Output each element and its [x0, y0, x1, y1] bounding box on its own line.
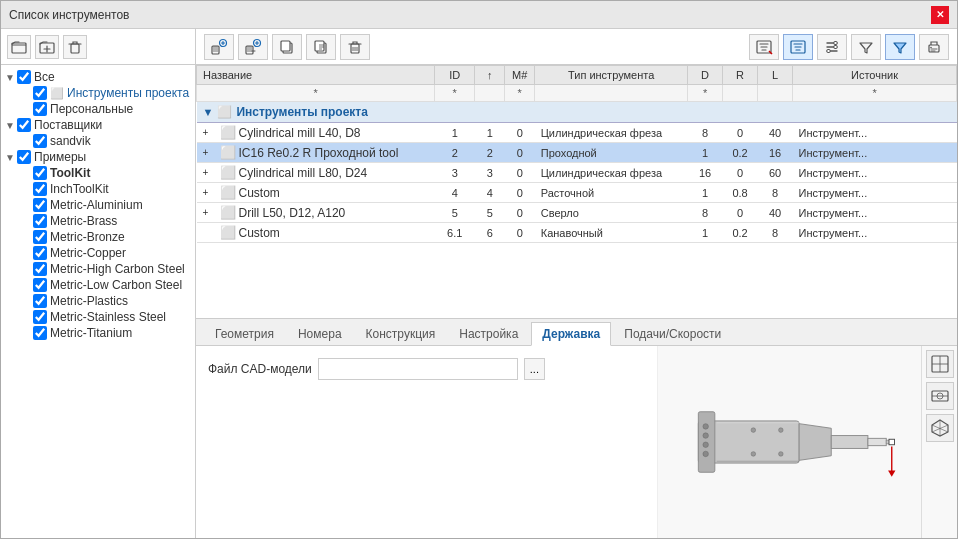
checkbox-toolkit[interactable] — [33, 166, 47, 180]
tree-item-metric-ti[interactable]: Metric-Titanium — [21, 325, 191, 341]
row-expand-2[interactable]: + — [203, 147, 217, 158]
tree-item-toolkit[interactable]: ToolKit — [21, 165, 191, 181]
settings-button[interactable] — [817, 34, 847, 60]
checkbox-vse[interactable] — [17, 70, 31, 84]
tree-item-vse[interactable]: ▼ Все — [5, 69, 191, 85]
tree-item-suppliers[interactable]: ▼ Поставщики — [5, 117, 191, 133]
side-view-button[interactable] — [926, 382, 954, 410]
tool-name-3: Cylindrical mill L80, D24 — [239, 166, 368, 180]
front-view-button[interactable] — [926, 350, 954, 378]
tree-item-personal[interactable]: Персональные — [21, 101, 191, 117]
tab-geometry[interactable]: Геометрия — [204, 322, 285, 345]
checkbox-metric-alu[interactable] — [33, 198, 47, 212]
checkbox-metric-ti[interactable] — [33, 326, 47, 340]
table-container[interactable]: Название ID ↑ M# Тип инструмента D R L И… — [196, 65, 957, 318]
tree-item-metric-hcs[interactable]: Metric-High Carbon Steel — [21, 261, 191, 277]
add-from-lib-button[interactable] — [238, 34, 268, 60]
name-cell: + ⬜ Drill L50, D12, A120 — [197, 203, 435, 223]
l-2: 16 — [758, 143, 793, 163]
checkbox-metric-lcs[interactable] — [33, 278, 47, 292]
checkbox-metric-ss[interactable] — [33, 310, 47, 324]
label-metric-copper: Metric-Copper — [50, 246, 126, 260]
expand-suppliers[interactable]: ▼ — [5, 120, 17, 131]
filter-name[interactable] — [199, 87, 432, 99]
tools-table: Название ID ↑ M# Тип инструмента D R L И… — [196, 65, 957, 243]
checkbox-metric-brass[interactable] — [33, 214, 47, 228]
row-expand-5[interactable]: + — [203, 207, 217, 218]
row-expand-4[interactable]: + — [203, 187, 217, 198]
tree-item-instruments[interactable]: ⬜ Инструменты проекта — [21, 85, 191, 101]
l-3: 60 — [758, 163, 793, 183]
tree-item-metric-plastics[interactable]: Metric-Plastics — [21, 293, 191, 309]
paste-button[interactable] — [306, 34, 336, 60]
checkbox-inchtoolkit[interactable] — [33, 182, 47, 196]
group-expand-icon[interactable]: ▼ — [203, 106, 214, 118]
filter3-button[interactable] — [851, 34, 881, 60]
tab-holder[interactable]: Державка — [531, 322, 611, 346]
expand-vse[interactable]: ▼ — [5, 72, 17, 83]
table-row[interactable]: + ⬜ Cylindrical mill L80, D24 3 3 0 Цили… — [197, 163, 957, 183]
expand-examples[interactable]: ▼ — [5, 152, 17, 163]
table-row[interactable]: + ⬜ Custom 4 4 0 Расточной 1 0.8 8 — [197, 183, 957, 203]
cad-file-input[interactable] — [318, 358, 518, 380]
tree-item-sandvik[interactable]: sandvik — [21, 133, 191, 149]
delete-left-button[interactable] — [63, 35, 87, 59]
col-sort[interactable]: ↑ — [475, 66, 505, 85]
table-row[interactable]: + ⬜ Cylindrical mill L40, D8 1 1 0 Цилин… — [197, 123, 957, 143]
checkbox-metric-hcs[interactable] — [33, 262, 47, 276]
tree-item-inchtoolkit[interactable]: InchToolKit — [21, 181, 191, 197]
table-row[interactable]: ⬜ Custom 6.1 6 0 Канавочный 1 0.2 8 Ин — [197, 223, 957, 243]
close-button[interactable]: ✕ — [931, 6, 949, 24]
new-folder-button[interactable] — [7, 35, 31, 59]
group-row-instruments[interactable]: ▼ ⬜ Инструменты проекта — [197, 102, 957, 123]
tabs-bar: Геометрия Номера Конструкция Настройка Д… — [196, 319, 957, 346]
active-filter-button[interactable] — [885, 34, 915, 60]
filter-source[interactable] — [795, 87, 954, 99]
svg-rect-22 — [831, 436, 868, 449]
tab-construction[interactable]: Конструкция — [355, 322, 447, 345]
tree-item-metric-ss[interactable]: Metric-Stainless Steel — [21, 309, 191, 325]
filter-m[interactable] — [507, 87, 532, 99]
checkbox-examples[interactable] — [17, 150, 31, 164]
source-5: Инструмент... — [793, 203, 957, 223]
checkbox-instruments[interactable] — [33, 86, 47, 100]
row-expand-3[interactable]: + — [203, 167, 217, 178]
tool-illustration — [680, 372, 900, 512]
tree-item-metric-bronze[interactable]: Metric-Bronze — [21, 229, 191, 245]
copy-button[interactable] — [272, 34, 302, 60]
main-window: Список инструментов ✕ ▼ — [0, 0, 958, 539]
tree-item-metric-alu[interactable]: Metric-Aluminium — [21, 197, 191, 213]
checkbox-personal[interactable] — [33, 102, 47, 116]
new-folder-button2[interactable] — [35, 35, 59, 59]
table-row[interactable]: + ⬜ IC16 Re0.2 R Проходной tool 2 2 0 Пр… — [197, 143, 957, 163]
table-row[interactable]: + ⬜ Drill L50, D12, A120 5 5 0 Сверло 8 … — [197, 203, 957, 223]
filter2-button[interactable] — [783, 34, 813, 60]
tab-feeds[interactable]: Подачи/Скорости — [613, 322, 732, 345]
name-cell: + ⬜ Cylindrical mill L80, D24 — [197, 163, 435, 183]
checkbox-metric-bronze[interactable] — [33, 230, 47, 244]
filter-id[interactable] — [437, 87, 472, 99]
checkbox-sandvik[interactable] — [33, 134, 47, 148]
filter1-button[interactable] — [749, 34, 779, 60]
3d-view-button[interactable] — [926, 414, 954, 442]
checkbox-metric-copper[interactable] — [33, 246, 47, 260]
sort-1: 1 — [475, 123, 505, 143]
tree-item-examples[interactable]: ▼ Примеры — [5, 149, 191, 165]
checkbox-suppliers[interactable] — [17, 118, 31, 132]
label-examples: Примеры — [34, 150, 86, 164]
m-1: 0 — [505, 123, 535, 143]
tab-numbers[interactable]: Номера — [287, 322, 353, 345]
print-button[interactable] — [919, 34, 949, 60]
checkbox-metric-plastics[interactable] — [33, 294, 47, 308]
tab-settings[interactable]: Настройка — [448, 322, 529, 345]
tree-item-metric-brass[interactable]: Metric-Brass — [21, 213, 191, 229]
tree-item-metric-copper[interactable]: Metric-Copper — [21, 245, 191, 261]
add-tool-button[interactable] — [204, 34, 234, 60]
tree-item-metric-lcs[interactable]: Metric-Low Carbon Steel — [21, 277, 191, 293]
delete-button[interactable] — [340, 34, 370, 60]
svg-rect-23 — [867, 438, 885, 445]
row-expand-1[interactable]: + — [203, 127, 217, 138]
filter-d[interactable] — [690, 87, 720, 99]
cad-browse-button[interactable]: ... — [524, 358, 545, 380]
tool-icon-1: ⬜ — [220, 125, 236, 140]
